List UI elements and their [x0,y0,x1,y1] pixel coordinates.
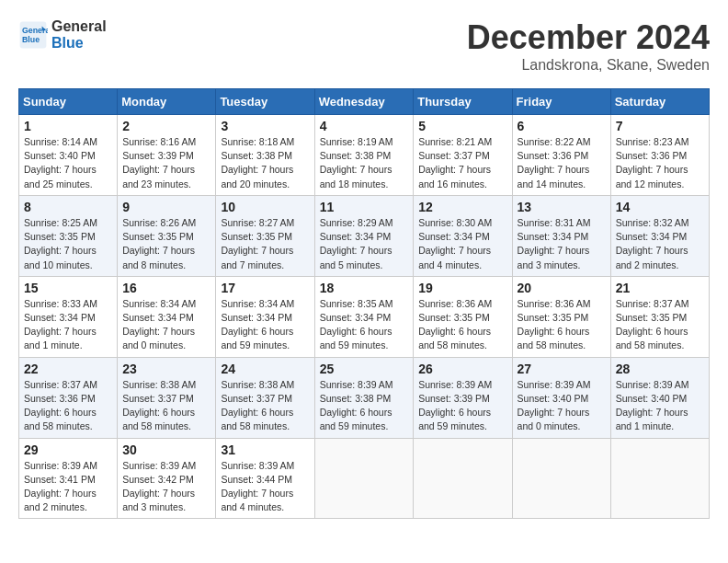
day-number: 6 [518,119,606,133]
day-number: 30 [122,442,210,457]
day-number: 24 [221,362,309,376]
day-number: 3 [221,119,309,133]
calendar-cell [512,438,610,519]
calendar-cell: 20 Sunrise: 8:36 AM Sunset: 3:35 PM Dayl… [512,276,610,357]
calendar-cell: 5 Sunrise: 8:21 AM Sunset: 3:37 PM Dayli… [414,115,512,196]
week-row-4: 22 Sunrise: 8:37 AM Sunset: 3:36 PM Dayl… [19,357,710,438]
day-number: 13 [518,200,606,214]
day-number: 31 [221,442,309,457]
day-number: 21 [616,281,704,295]
day-info: Sunrise: 8:39 AM Sunset: 3:40 PM Dayligh… [616,378,704,434]
day-info: Sunrise: 8:36 AM Sunset: 3:35 PM Dayligh… [518,297,606,353]
day-info: Sunrise: 8:39 AM Sunset: 3:44 PM Dayligh… [221,459,309,515]
day-info: Sunrise: 8:19 AM Sunset: 3:38 PM Dayligh… [320,135,409,191]
day-number: 28 [616,362,704,376]
logo: General Blue GeneralBlue [18,18,107,52]
calendar-cell: 3 Sunrise: 8:18 AM Sunset: 3:38 PM Dayli… [216,115,314,196]
day-number: 5 [418,119,506,133]
day-info: Sunrise: 8:39 AM Sunset: 3:41 PM Dayligh… [24,459,112,515]
day-info: Sunrise: 8:34 AM Sunset: 3:34 PM Dayligh… [221,297,309,353]
calendar-table: SundayMondayTuesdayWednesdayThursdayFrid… [18,88,710,519]
week-row-2: 8 Sunrise: 8:25 AM Sunset: 3:35 PM Dayli… [19,195,710,276]
day-number: 20 [518,281,606,295]
day-info: Sunrise: 8:39 AM Sunset: 3:40 PM Dayligh… [518,378,606,434]
day-info: Sunrise: 8:36 AM Sunset: 3:35 PM Dayligh… [418,297,506,353]
day-number: 2 [122,119,210,133]
week-row-1: 1 Sunrise: 8:14 AM Sunset: 3:40 PM Dayli… [19,115,710,196]
svg-text:Blue: Blue [22,35,40,44]
calendar-header-row: SundayMondayTuesdayWednesdayThursdayFrid… [19,89,710,115]
logo-icon: General Blue [18,20,48,50]
calendar-cell: 11 Sunrise: 8:29 AM Sunset: 3:34 PM Dayl… [314,195,414,276]
day-info: Sunrise: 8:16 AM Sunset: 3:39 PM Dayligh… [122,135,210,191]
calendar-cell: 16 Sunrise: 8:34 AM Sunset: 3:34 PM Dayl… [118,276,216,357]
day-info: Sunrise: 8:34 AM Sunset: 3:34 PM Dayligh… [122,297,210,353]
calendar-cell: 19 Sunrise: 8:36 AM Sunset: 3:35 PM Dayl… [414,276,512,357]
calendar-cell: 13 Sunrise: 8:31 AM Sunset: 3:34 PM Dayl… [512,195,610,276]
day-info: Sunrise: 8:25 AM Sunset: 3:35 PM Dayligh… [24,216,112,272]
header-friday: Friday [512,89,610,115]
day-number: 14 [616,200,704,214]
header-tuesday: Tuesday [216,89,314,115]
day-info: Sunrise: 8:18 AM Sunset: 3:38 PM Dayligh… [221,135,309,191]
calendar-cell [314,438,414,519]
day-info: Sunrise: 8:29 AM Sunset: 3:34 PM Dayligh… [320,216,409,272]
calendar-cell: 12 Sunrise: 8:30 AM Sunset: 3:34 PM Dayl… [414,195,512,276]
calendar-cell: 10 Sunrise: 8:27 AM Sunset: 3:35 PM Dayl… [216,195,314,276]
day-info: Sunrise: 8:30 AM Sunset: 3:34 PM Dayligh… [418,216,506,272]
calendar-cell: 23 Sunrise: 8:38 AM Sunset: 3:37 PM Dayl… [118,357,216,438]
day-number: 27 [518,362,606,376]
day-info: Sunrise: 8:33 AM Sunset: 3:34 PM Dayligh… [24,297,112,353]
day-info: Sunrise: 8:27 AM Sunset: 3:35 PM Dayligh… [221,216,309,272]
header-saturday: Saturday [610,89,709,115]
day-info: Sunrise: 8:31 AM Sunset: 3:34 PM Dayligh… [518,216,606,272]
day-number: 11 [320,200,409,214]
week-row-5: 29 Sunrise: 8:39 AM Sunset: 3:41 PM Dayl… [19,438,710,519]
day-number: 7 [616,119,704,133]
calendar-cell: 15 Sunrise: 8:33 AM Sunset: 3:34 PM Dayl… [19,276,118,357]
day-info: Sunrise: 8:22 AM Sunset: 3:36 PM Dayligh… [518,135,606,191]
day-number: 10 [221,200,309,214]
day-info: Sunrise: 8:37 AM Sunset: 3:36 PM Dayligh… [24,378,112,434]
calendar-cell: 27 Sunrise: 8:39 AM Sunset: 3:40 PM Dayl… [512,357,610,438]
calendar-cell: 30 Sunrise: 8:39 AM Sunset: 3:42 PM Dayl… [118,438,216,519]
day-number: 18 [320,281,409,295]
svg-text:General: General [22,26,48,35]
calendar-cell: 8 Sunrise: 8:25 AM Sunset: 3:35 PM Dayli… [19,195,118,276]
day-info: Sunrise: 8:23 AM Sunset: 3:36 PM Dayligh… [616,135,704,191]
header-wednesday: Wednesday [314,89,414,115]
day-info: Sunrise: 8:26 AM Sunset: 3:35 PM Dayligh… [122,216,210,272]
header-thursday: Thursday [414,89,512,115]
logo-text: GeneralBlue [51,18,107,52]
day-number: 1 [24,119,112,133]
day-info: Sunrise: 8:37 AM Sunset: 3:35 PM Dayligh… [616,297,704,353]
day-number: 15 [24,281,112,295]
month-title: December 2024 [467,18,710,57]
day-info: Sunrise: 8:39 AM Sunset: 3:38 PM Dayligh… [320,378,409,434]
day-number: 4 [320,119,409,133]
day-number: 23 [122,362,210,376]
day-number: 16 [122,281,210,295]
calendar-cell: 31 Sunrise: 8:39 AM Sunset: 3:44 PM Dayl… [216,438,314,519]
day-number: 19 [418,281,506,295]
day-number: 17 [221,281,309,295]
day-info: Sunrise: 8:21 AM Sunset: 3:37 PM Dayligh… [418,135,506,191]
day-info: Sunrise: 8:39 AM Sunset: 3:39 PM Dayligh… [418,378,506,434]
page-header: General Blue GeneralBlue December 2024 L… [18,18,710,74]
day-info: Sunrise: 8:38 AM Sunset: 3:37 PM Dayligh… [122,378,210,434]
calendar-cell [610,438,709,519]
calendar-cell: 1 Sunrise: 8:14 AM Sunset: 3:40 PM Dayli… [19,115,118,196]
day-number: 8 [24,200,112,214]
calendar-cell: 21 Sunrise: 8:37 AM Sunset: 3:35 PM Dayl… [610,276,709,357]
day-info: Sunrise: 8:38 AM Sunset: 3:37 PM Dayligh… [221,378,309,434]
day-number: 9 [122,200,210,214]
day-number: 22 [24,362,112,376]
calendar-cell [414,438,512,519]
calendar-cell: 26 Sunrise: 8:39 AM Sunset: 3:39 PM Dayl… [414,357,512,438]
calendar-cell: 28 Sunrise: 8:39 AM Sunset: 3:40 PM Dayl… [610,357,709,438]
week-row-3: 15 Sunrise: 8:33 AM Sunset: 3:34 PM Dayl… [19,276,710,357]
location: Landskrona, Skane, Sweden [467,57,710,74]
calendar-cell: 18 Sunrise: 8:35 AM Sunset: 3:34 PM Dayl… [314,276,414,357]
calendar-cell: 22 Sunrise: 8:37 AM Sunset: 3:36 PM Dayl… [19,357,118,438]
calendar-cell: 24 Sunrise: 8:38 AM Sunset: 3:37 PM Dayl… [216,357,314,438]
